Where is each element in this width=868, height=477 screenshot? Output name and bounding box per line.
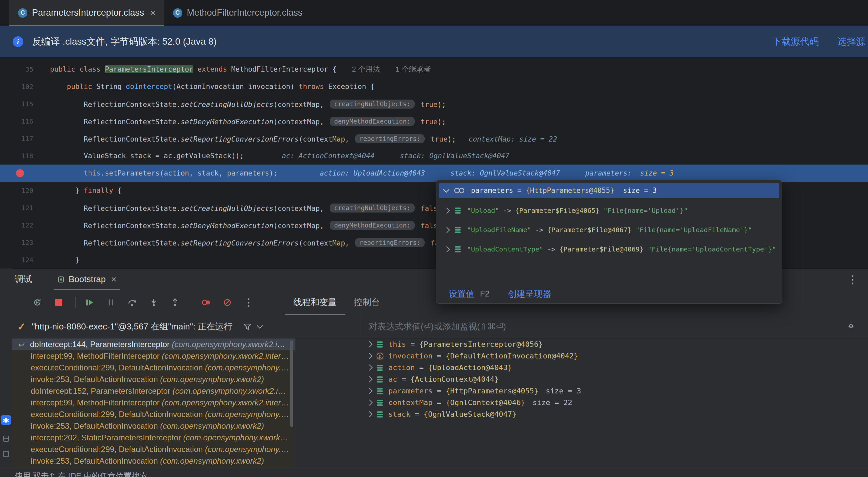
editor-gutter[interactable]: 121 xyxy=(0,199,50,216)
chevron-right-icon[interactable] xyxy=(366,376,372,382)
chevron-right-icon[interactable] xyxy=(366,411,372,417)
pause-icon[interactable] xyxy=(104,296,118,309)
step-out-icon[interactable] xyxy=(168,296,182,309)
stack-frame[interactable]: invoke:253, DefaultActionInvocation (com… xyxy=(12,420,294,432)
more-icon[interactable]: ⋮ xyxy=(847,273,868,286)
variable-row[interactable]: pinvocation = {DefaultActionInvocation@4… xyxy=(361,350,868,362)
frame-location: executeConditional:299, DefaultActionInv… xyxy=(31,410,205,419)
tool-window-icon[interactable] xyxy=(1,449,11,459)
close-icon[interactable]: × xyxy=(150,8,155,18)
layout-settings-icon[interactable] xyxy=(847,322,855,332)
chevron-right-icon[interactable] xyxy=(366,341,372,347)
code-line-118[interactable]: 118 ValueStack stack = ac.getValueStack(… xyxy=(0,147,868,165)
map-entry-row[interactable]: "Upload" -> {Parameter$File@4065} "File{… xyxy=(436,201,782,220)
variable-row[interactable]: stack = {OgnlValueStack@4047} xyxy=(361,408,868,420)
chevron-right-icon[interactable] xyxy=(444,246,450,252)
choose-sources-link[interactable]: 选择源 (S xyxy=(837,35,868,48)
frame-location: intercept:202, StaticParametersIntercept… xyxy=(31,433,183,442)
rerun-icon[interactable] xyxy=(31,296,44,309)
step-over-icon[interactable] xyxy=(126,296,139,309)
thread-selector-bar[interactable]: ✓ "http-nio-8080-exec-1"@3,567 在组"main":… xyxy=(0,315,361,338)
tab-bootstrap[interactable]: Bootstrap × xyxy=(54,269,120,290)
variable-text: this = {ParametersInterceptor@4056} xyxy=(388,340,543,348)
editor-gutter[interactable]: 116 xyxy=(0,112,50,130)
stack-frame[interactable]: intercept:99, MethodFilterInterceptor (c… xyxy=(12,350,294,362)
frame-package: (com.opensymphony.xwork2) xyxy=(160,421,264,430)
evaluate-expression-bar[interactable]: 对表达式求值(⏎)或添加监视(⇧⌘⏎) xyxy=(361,315,868,338)
chevron-down-icon[interactable] xyxy=(257,322,263,329)
editor-gutter[interactable]: 118 xyxy=(0,147,50,165)
mute-breakpoints-icon[interactable] xyxy=(221,296,234,309)
tab-methodfilterinterceptor[interactable]: CMethodFilterInterceptor.class xyxy=(164,0,311,26)
frame-package: (com.opensymphony.xwork2.interceptor) xyxy=(162,351,289,361)
code-line-116[interactable]: 116 ReflectionContextState.setDenyMethod… xyxy=(0,112,868,130)
debug-tool-window-icon[interactable] xyxy=(1,415,11,425)
variable-row[interactable]: parameters = {HttpParameters@4055}size =… xyxy=(361,385,868,397)
editor-gutter[interactable]: 102 xyxy=(0,78,50,95)
variable-row[interactable]: this = {ParametersInterceptor@4056} xyxy=(361,338,868,350)
chevron-right-icon[interactable] xyxy=(444,227,450,233)
stack-frame[interactable]: doIntercept:152, ParametersInterceptor (… xyxy=(12,385,294,397)
code-line-117[interactable]: 117 ReflectionContextState.setReportingC… xyxy=(0,130,868,147)
step-into-icon[interactable] xyxy=(147,296,160,309)
editor-gutter[interactable]: 123 xyxy=(0,234,50,251)
stack-frame[interactable]: executeConditional:299, DefaultActionInv… xyxy=(12,443,294,455)
code-line-35[interactable]: 35public class ParametersInterceptor ext… xyxy=(0,61,868,78)
stack-frame[interactable]: invoke:253, DefaultActionInvocation (com… xyxy=(12,373,294,385)
tool-window-icon[interactable] xyxy=(1,434,11,444)
chevron-right-icon[interactable] xyxy=(366,353,372,359)
chevron-right-icon[interactable] xyxy=(366,388,372,394)
editor-gutter[interactable]: 122 xyxy=(0,216,50,234)
frame-text: doIntercept:144, ParametersInterceptor (… xyxy=(30,340,289,349)
stack-frame[interactable]: intercept:202, StaticParametersIntercept… xyxy=(12,432,294,443)
chevron-right-icon[interactable] xyxy=(366,399,372,405)
usages-inlay-hint[interactable]: 2 个用法 xyxy=(352,65,380,73)
line-number: 102 xyxy=(0,82,33,91)
tab-parametersinterceptor[interactable]: CParametersInterceptor.class× xyxy=(9,0,164,26)
usages-inlay-hint[interactable]: 1 个继承者 xyxy=(395,65,431,73)
stop-icon[interactable] xyxy=(52,296,65,309)
create-renderer-link[interactable]: 创建呈现器 xyxy=(508,288,551,300)
more-icon[interactable]: ⋮ xyxy=(242,296,255,309)
stack-frame[interactable]: intercept:99, MethodFilterInterceptor (c… xyxy=(12,397,294,408)
popup-root-node[interactable]: parameters = {HttpParameters@4055}size =… xyxy=(439,183,779,198)
stack-frame[interactable]: executeConditional:299, DefaultActionInv… xyxy=(12,362,294,373)
code-line-102[interactable]: 102 public String doIntercept(ActionInvo… xyxy=(0,78,868,95)
view-breakpoints-icon[interactable] xyxy=(199,296,213,309)
map-entry-row[interactable]: "UploadFileName" -> {Parameter$File@4067… xyxy=(436,220,782,239)
set-value-link[interactable]: 设置值 xyxy=(449,288,475,300)
code-line-115[interactable]: 115 ReflectionContextState.setCreatingNu… xyxy=(0,95,868,112)
editor-gutter[interactable]: 124 xyxy=(0,251,50,269)
resume-icon[interactable] xyxy=(83,296,96,309)
variable-row[interactable]: action = {UploadAction@4043} xyxy=(361,362,868,373)
variable-row[interactable]: contextMap = {OgnlContext@4046}size = 22 xyxy=(361,397,868,408)
variable-row[interactable]: ac = {ActionContext@4044} xyxy=(361,373,868,385)
chevron-down-icon[interactable] xyxy=(443,186,449,193)
editor-gutter[interactable]: 120 xyxy=(0,182,50,199)
frame-package: (com.opensymphony.xwork2) xyxy=(205,363,289,372)
scrollbar-thumb[interactable] xyxy=(290,340,293,427)
frame-text: invoke:253, DefaultActionInvocation (com… xyxy=(31,375,264,384)
frame-text: doIntercept:152, ParametersInterceptor (… xyxy=(31,386,289,396)
editor-gutter[interactable]: 115 xyxy=(0,95,50,112)
banner-message: 反编译 .class文件, 字节码版本: 52.0 (Java 8) xyxy=(32,35,217,48)
editor-gutter[interactable]: 35 xyxy=(0,61,50,78)
entry-text: "Upload" -> {Parameter$File@4065} "File{… xyxy=(467,207,688,214)
chevron-right-icon[interactable] xyxy=(444,207,450,213)
chevron-right-icon[interactable] xyxy=(366,365,372,370)
tab-console[interactable]: 控制台 xyxy=(345,290,389,315)
download-sources-link[interactable]: 下载源代码 xyxy=(772,35,819,48)
filter-funnel-icon[interactable] xyxy=(243,323,252,331)
stack-frame[interactable]: doIntercept:144, ParametersInterceptor (… xyxy=(12,338,294,350)
map-entry-row[interactable]: "UploadContentType" -> {Parameter$File@4… xyxy=(436,239,782,259)
tab-threads-variables[interactable]: 线程和变量 xyxy=(285,290,345,315)
evaluate-placeholder: 对表达式求值(⏎)或添加监视(⇧⌘⏎) xyxy=(369,321,506,333)
close-icon[interactable]: × xyxy=(111,275,116,284)
stack-frame[interactable]: invoke:253, DefaultActionInvocation (com… xyxy=(12,455,294,467)
editor-gutter[interactable]: 117 xyxy=(0,130,50,147)
entry-reference: {Parameter$File@4067} xyxy=(547,226,636,234)
code-line-119[interactable]: 119 this.setParameters(action, stack, pa… xyxy=(0,165,868,182)
breakpoint-icon[interactable] xyxy=(16,169,24,177)
editor-gutter[interactable]: 119 xyxy=(0,165,50,182)
stack-frame[interactable]: executeConditional:299, DefaultActionInv… xyxy=(12,408,294,420)
